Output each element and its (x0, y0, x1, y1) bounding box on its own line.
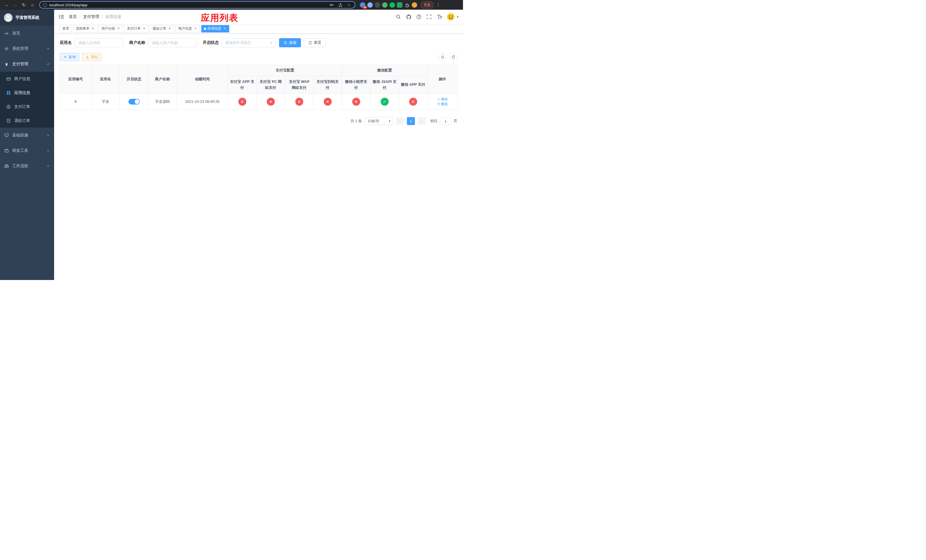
chrome-update-button[interactable]: 更新 (421, 2, 434, 9)
tab-label: 首页 (62, 26, 69, 31)
tab-pay-orders[interactable]: 支付订单 × (124, 25, 149, 32)
tab-app-info[interactable]: 应用信息 × (201, 25, 229, 32)
sidebar-item-merchant-info[interactable]: 商户信息 (0, 72, 54, 86)
extension-icon-2[interactable] (367, 2, 373, 8)
sidebar-item-infrastructure[interactable]: 基础设施 (0, 128, 54, 143)
wx-lite-status-icon: × (352, 98, 360, 106)
search-icon (441, 55, 445, 59)
reset-button[interactable]: 重置 (304, 38, 326, 47)
extensions-puzzle-icon[interactable] (404, 2, 410, 8)
col-wx-app: 微信 APP 支付 (399, 76, 427, 94)
sidebar-item-pay-orders[interactable]: 支付订单 (0, 100, 54, 114)
cell-app-id: 6 (60, 94, 91, 110)
tab-refund-orders[interactable]: 退款订单 × (150, 25, 174, 32)
prev-page-button[interactable]: ‹ (396, 117, 404, 125)
tab-label: 退款订单 (153, 26, 166, 31)
search-button[interactable]: 搜索 (279, 38, 301, 47)
status-toggle[interactable] (129, 99, 140, 104)
gear-icon (4, 47, 9, 51)
bookmark-star-icon[interactable]: ☆ (346, 2, 352, 8)
user-avatar (446, 12, 455, 21)
breadcrumb-section[interactable]: 支付管理 (83, 14, 99, 20)
table-toolbar: 新增 导出 (60, 53, 457, 61)
address-bar[interactable]: i localhost:1024/pay/app ☆ (39, 1, 356, 9)
share-icon[interactable] (337, 2, 343, 8)
page-size-select[interactable]: 10条/页 ▾ (365, 117, 393, 125)
next-page-button[interactable]: › (418, 117, 426, 125)
app-logo[interactable]: 芋道管理系统 (0, 10, 54, 26)
browser-home-icon[interactable]: ⌂ (29, 1, 36, 9)
browser-reload-icon[interactable]: ↻ (20, 1, 28, 9)
breadcrumb-home[interactable]: 首页 (69, 14, 77, 20)
hamburger-icon[interactable] (59, 14, 65, 20)
help-icon[interactable] (416, 14, 422, 20)
payment-submenu: 商户信息 应用信息 支付订单 退款订单 (0, 72, 54, 128)
browser-forward-icon[interactable]: → (11, 1, 20, 9)
delete-button[interactable]: 删除 (437, 102, 448, 106)
col-actions: 操作 (427, 65, 458, 94)
close-icon[interactable]: × (91, 27, 95, 31)
font-size-icon[interactable] (436, 14, 442, 20)
merchant-name-input[interactable] (148, 38, 197, 47)
toggle-search-button[interactable] (439, 53, 446, 61)
app-name-input[interactable] (75, 38, 123, 47)
edit-button[interactable]: 修改 (437, 97, 448, 102)
extension-icon-4[interactable] (382, 2, 387, 8)
site-info-icon[interactable]: i (43, 3, 47, 7)
browser-back-icon[interactable]: ← (3, 1, 11, 9)
search-icon[interactable] (395, 14, 401, 20)
search-icon (284, 41, 287, 45)
close-icon[interactable]: × (168, 27, 172, 31)
sidebar-item-dev-tools[interactable]: 研发工具 (0, 143, 54, 158)
total-count: 共 1 条 (351, 118, 362, 124)
add-button[interactable]: 新增 (60, 53, 79, 61)
breadcrumb-separator: / (79, 15, 80, 19)
navbar-actions: ▾ (395, 12, 458, 21)
tab-process-form[interactable]: 流程表单 × (73, 25, 97, 32)
url-text[interactable]: localhost:1024/pay/app (49, 3, 326, 7)
col-wx-lite: 微信小程序支付 (342, 76, 371, 94)
pencil-icon (437, 98, 440, 101)
goto-page-input[interactable] (440, 117, 451, 125)
tab-merchant-info[interactable]: 商户信息 × (176, 25, 200, 32)
page-number-1[interactable]: 1 (407, 117, 415, 125)
top-navbar: 首页 / 支付管理 / 应用信息 应用列表 (54, 10, 463, 24)
sidebar-item-home[interactable]: 首页 (0, 26, 54, 41)
sidebar-item-workflow[interactable]: 工作流程 (0, 158, 54, 174)
refresh-table-button[interactable] (449, 53, 457, 61)
table-row: 6 芋道 芋道源码 2021-10-23 08:49:25 × × × × × … (60, 94, 458, 110)
sidebar-item-refund-orders[interactable]: 退款订单 (0, 114, 54, 128)
github-icon[interactable] (406, 14, 412, 20)
extension-icon-3[interactable] (375, 2, 380, 8)
close-icon[interactable]: × (193, 27, 197, 31)
sidebar-item-app-info[interactable]: 应用信息 (0, 86, 54, 100)
chevron-down-icon (47, 47, 50, 50)
tab-home[interactable]: 首页 (60, 25, 72, 32)
extension-icon-1[interactable]: 10 (360, 2, 365, 8)
wx-app-status-icon: × (409, 98, 417, 106)
col-merchant: 商户名称 (148, 65, 177, 94)
sidebar-item-label: 工作流程 (12, 163, 28, 169)
fullscreen-icon[interactable] (426, 14, 432, 20)
password-key-icon[interactable] (328, 2, 335, 8)
tab-user-group[interactable]: 用户分组 × (99, 25, 123, 32)
status-select[interactable]: 请选择开启状态 ▾ (221, 38, 275, 47)
cell-merchant: 芋道源码 (148, 94, 177, 110)
extension-icon-7[interactable] (412, 2, 417, 8)
extension-icon-6[interactable] (397, 2, 402, 8)
chevron-down-icon (47, 164, 50, 168)
export-button[interactable]: 导出 (82, 53, 101, 61)
cell-created: 2021-10-23 08:49:25 (177, 94, 228, 110)
close-icon[interactable]: × (142, 27, 146, 31)
close-icon[interactable]: × (223, 27, 227, 31)
close-icon[interactable]: × (117, 27, 121, 31)
tab-label: 支付订单 (127, 26, 141, 31)
extension-icon-5[interactable] (390, 2, 395, 8)
sidebar-item-system[interactable]: 系统管理 (0, 41, 54, 56)
delete-label: 删除 (441, 102, 448, 106)
page-size-value: 10条/页 (368, 119, 379, 124)
sidebar-item-payment[interactable]: ¥ 支付管理 (0, 56, 54, 72)
browser-menu-icon[interactable]: ⋮ (436, 2, 441, 8)
user-menu[interactable]: ▾ (446, 12, 458, 21)
tab-label: 用户分组 (101, 26, 115, 31)
